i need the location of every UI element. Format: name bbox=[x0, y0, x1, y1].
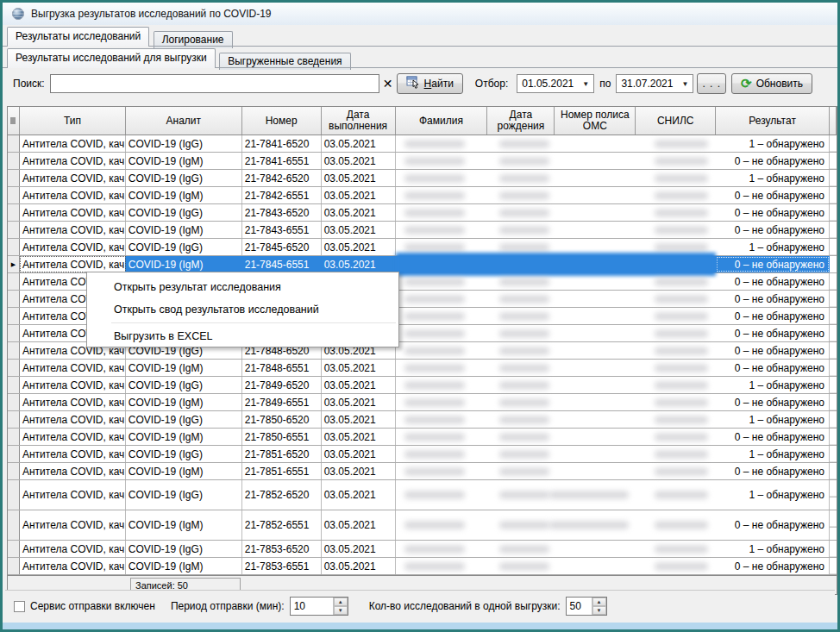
cell-result[interactable]: 0 – не обнаружено bbox=[716, 463, 830, 479]
chevron-down-icon[interactable]: ▼ bbox=[582, 80, 589, 88]
cell-number[interactable]: 21-7845-6520 bbox=[242, 239, 322, 255]
cell-personal-data-blurred[interactable] bbox=[396, 222, 717, 238]
cell-type[interactable]: Антитела COVID, кач bbox=[20, 360, 126, 376]
cell-type[interactable]: Антитела COVID, кач bbox=[20, 429, 126, 445]
cell-result[interactable]: 0 – не обнаружено bbox=[716, 510, 830, 540]
cell-number[interactable]: 21-7841-6551 bbox=[242, 153, 322, 169]
table-row[interactable]: Антитела COVID, качCOVID-19 (IgM)21-7842… bbox=[8, 187, 837, 204]
cell-type[interactable]: Антитела COVID, кач bbox=[20, 510, 126, 540]
cell-personal-data-blurred[interactable] bbox=[396, 153, 717, 169]
cell-analyte[interactable]: COVID-19 (IgM) bbox=[126, 429, 242, 445]
cell-analyte[interactable]: COVID-19 (IgM) bbox=[126, 558, 242, 574]
cell-personal-data-blurred[interactable] bbox=[396, 256, 717, 272]
cell-number[interactable]: 21-7845-6551 bbox=[242, 256, 322, 272]
cell-number[interactable]: 21-7841-6520 bbox=[242, 135, 322, 152]
table-row[interactable]: Антитела COVID, качCOVID-19 (IgG)21-7852… bbox=[8, 480, 837, 510]
row-indicator[interactable] bbox=[8, 342, 20, 359]
search-input[interactable] bbox=[50, 74, 379, 93]
cell-result[interactable]: 0 – не обнаружено bbox=[716, 325, 830, 341]
send-period-value[interactable]: 10 bbox=[291, 598, 333, 615]
row-indicator[interactable] bbox=[8, 558, 20, 574]
cell-result[interactable]: 1 – обнаружено bbox=[716, 541, 830, 557]
row-indicator[interactable] bbox=[8, 325, 20, 341]
table-row[interactable]: Антитела COVID, качCOVID-19 (IgM)21-7851… bbox=[8, 463, 837, 480]
cell-date[interactable]: 03.05.2021 bbox=[322, 394, 396, 410]
tab-research-results[interactable]: Результаты исследований bbox=[7, 27, 149, 47]
cell-personal-data-blurred[interactable] bbox=[396, 204, 717, 221]
row-indicator[interactable] bbox=[8, 222, 20, 238]
cell-result[interactable]: 1 – обнаружено bbox=[716, 135, 830, 152]
cell-date[interactable]: 03.05.2021 bbox=[322, 429, 396, 445]
cell-date[interactable]: 03.05.2021 bbox=[322, 480, 396, 510]
cell-personal-data-blurred[interactable] bbox=[396, 394, 717, 410]
cell-date[interactable]: 03.05.2021 bbox=[322, 222, 396, 238]
cell-personal-data-blurred[interactable] bbox=[396, 291, 717, 307]
cell-analyte[interactable]: COVID-19 (IgM) bbox=[126, 463, 242, 479]
cell-date[interactable]: 03.05.2021 bbox=[322, 463, 396, 479]
cell-result[interactable]: 1 – обнаружено bbox=[716, 480, 830, 510]
cell-result[interactable]: 1 – обнаружено bbox=[716, 377, 830, 393]
table-row[interactable]: Антитела COVID, качCOVID-19 (IgG)21-7843… bbox=[8, 204, 837, 222]
column-header[interactable]: Дата рождения bbox=[487, 107, 555, 135]
tab-logging[interactable]: Логирование bbox=[154, 31, 233, 48]
cell-type[interactable]: Антитела COVID, кач bbox=[20, 239, 126, 255]
cell-date[interactable]: 03.05.2021 bbox=[322, 377, 396, 393]
cell-type[interactable]: Антитела COVID, кач bbox=[20, 446, 126, 462]
cell-number[interactable]: 21-7843-6520 bbox=[242, 204, 322, 221]
row-indicator[interactable] bbox=[8, 377, 20, 393]
row-indicator[interactable] bbox=[8, 480, 20, 510]
cell-number[interactable]: 21-7852-6551 bbox=[242, 510, 322, 540]
row-indicator[interactable] bbox=[8, 541, 20, 557]
tab-uploaded-info[interactable]: Выгруженные сведения bbox=[219, 53, 350, 70]
table-row[interactable]: Антитела COVID, качCOVID-19 (IgG)21-7850… bbox=[8, 411, 837, 429]
cell-analyte[interactable]: COVID-19 (IgG) bbox=[126, 204, 242, 221]
cell-personal-data-blurred[interactable] bbox=[396, 510, 717, 540]
cell-personal-data-blurred[interactable] bbox=[396, 446, 717, 462]
cell-personal-data-blurred[interactable] bbox=[396, 480, 717, 510]
cell-personal-data-blurred[interactable] bbox=[396, 360, 717, 376]
cell-result[interactable]: 1 – обнаружено bbox=[716, 239, 830, 255]
cell-result[interactable]: 0 – не обнаружено bbox=[716, 558, 830, 574]
cell-date[interactable]: 03.05.2021 bbox=[322, 541, 396, 557]
table-row[interactable]: Антитела COVID, качCOVID-19 (IgG)21-7853… bbox=[8, 541, 837, 558]
cell-result[interactable]: 0 – не обнаружено bbox=[716, 204, 830, 221]
cell-analyte[interactable]: COVID-19 (IgG) bbox=[126, 135, 242, 152]
cell-number[interactable]: 21-7848-6551 bbox=[242, 360, 322, 376]
cell-personal-data-blurred[interactable] bbox=[396, 135, 717, 152]
row-indicator[interactable] bbox=[8, 204, 20, 221]
cell-personal-data-blurred[interactable] bbox=[396, 429, 717, 445]
cell-type[interactable]: Антитела COVID, кач bbox=[20, 187, 126, 203]
cell-date[interactable]: 03.05.2021 bbox=[322, 153, 396, 169]
arrow-up-icon[interactable]: ▲ bbox=[334, 598, 348, 606]
cell-result[interactable]: 0 – не обнаружено bbox=[716, 256, 830, 272]
cell-date[interactable]: 03.05.2021 bbox=[322, 239, 396, 255]
cell-date[interactable]: 03.05.2021 bbox=[322, 446, 396, 462]
cell-analyte[interactable]: COVID-19 (IgG) bbox=[126, 480, 242, 510]
cell-personal-data-blurred[interactable] bbox=[396, 377, 717, 393]
table-row[interactable]: Антитела COVID, качCOVID-19 (IgG)21-7849… bbox=[8, 377, 837, 394]
cell-number[interactable]: 21-7850-6520 bbox=[242, 411, 322, 428]
cell-type[interactable]: Антитела COVID, кач bbox=[20, 222, 126, 238]
cell-personal-data-blurred[interactable] bbox=[396, 170, 717, 186]
cell-analyte[interactable]: COVID-19 (IgG) bbox=[126, 377, 242, 393]
menu-item-open-summary[interactable]: Открыть свод результатов исследований bbox=[87, 298, 398, 321]
cell-result[interactable]: 0 – не обнаружено bbox=[716, 291, 830, 307]
table-row[interactable]: Антитела COVID, качCOVID-19 (IgM)21-7850… bbox=[8, 429, 837, 446]
row-indicator[interactable]: ▶ bbox=[8, 256, 20, 272]
cell-type[interactable]: Антитела COVID, кач bbox=[20, 377, 126, 393]
table-row[interactable]: Антитела COVID, качCOVID-19 (IgM)21-7841… bbox=[8, 153, 837, 170]
service-enabled-checkbox[interactable] bbox=[14, 601, 25, 612]
row-indicator[interactable] bbox=[8, 187, 20, 203]
arrow-down-icon[interactable]: ▼ bbox=[592, 606, 606, 615]
cell-date[interactable]: 03.05.2021 bbox=[322, 411, 396, 428]
batch-count-value[interactable]: 50 bbox=[567, 598, 592, 615]
cell-type[interactable]: Антитела COVID, кач bbox=[20, 135, 126, 152]
cell-type[interactable]: Антитела COVID, кач bbox=[20, 463, 126, 479]
column-header[interactable]: Фамилия bbox=[396, 107, 488, 135]
date-from-picker[interactable]: 01.05.2021 ▼ bbox=[517, 74, 594, 93]
chevron-down-icon[interactable]: ▼ bbox=[681, 80, 688, 88]
row-indicator[interactable] bbox=[8, 239, 20, 255]
cell-personal-data-blurred[interactable] bbox=[396, 342, 717, 359]
cell-date[interactable]: 03.05.2021 bbox=[322, 510, 396, 540]
cell-date[interactable]: 03.05.2021 bbox=[322, 170, 396, 186]
